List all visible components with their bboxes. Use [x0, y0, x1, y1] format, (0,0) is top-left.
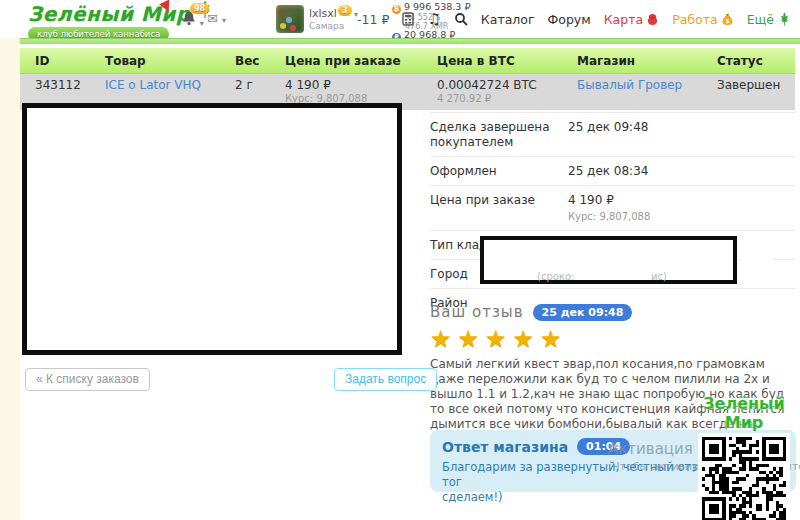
qr-brand-text: Зелёный Мир	[686, 394, 800, 432]
redacted-fragment: (сроко:	[537, 271, 574, 282]
redacted-fragment: ис)	[651, 271, 667, 282]
nav-catalog[interactable]: Каталог	[481, 12, 535, 27]
search-icon[interactable]	[454, 12, 468, 26]
calculator-icon[interactable]	[402, 12, 414, 26]
col-weight: Вес	[220, 54, 270, 68]
detail-row-completed: Сделка завершена покупателем25 дек 09:48	[430, 112, 795, 157]
nav-more[interactable]: Ещё	[747, 12, 792, 27]
leaf-icon	[777, 12, 792, 27]
site-logo[interactable]: Зелёный Мир клуб любителей каннабиса	[28, 2, 191, 41]
product-link[interactable]: ICE o Lator VHQ	[105, 78, 201, 92]
col-status: Статус	[702, 54, 795, 68]
star-rating: ★★★★★	[430, 325, 796, 353]
money-bag-icon: $	[721, 13, 734, 26]
ask-question-button[interactable]: Задать вопрос	[334, 368, 437, 391]
header-divider	[20, 38, 800, 44]
reply-title: Ответ магазина	[442, 439, 568, 455]
detail-row-price: Цена при заказе4 190 ₽Курс: 9,807,088	[430, 186, 795, 231]
qr-watermark: Зелёный Мир www.3-m.top	[686, 394, 800, 520]
nav-map[interactable]: Карта	[604, 12, 659, 27]
avatar[interactable]	[276, 5, 304, 33]
order-weight: 2 г	[220, 78, 270, 105]
review-title: Ваш отзыв	[430, 303, 524, 321]
order-details: Сделка завершена покупателем25 дек 09:48…	[430, 112, 795, 329]
map-icon	[646, 13, 659, 26]
user-city: Самара	[309, 21, 344, 31]
detail-row-created: Оформлен25 дек 08:34	[430, 157, 795, 186]
col-id: ID	[20, 54, 90, 68]
username[interactable]: lxlsxl3 ▾	[309, 7, 358, 20]
balance-delta[interactable]: -11 ₽	[357, 12, 389, 27]
mail-icon[interactable]: ✉ ▾	[207, 11, 226, 26]
top-nav: -11 ₽ ♫ Каталог Форум Карта Работа $ Ещё	[357, 0, 792, 38]
order-price: 4 190 ₽ Курс: 9,807,088	[270, 78, 422, 105]
col-price: Цена при заказе	[270, 54, 422, 68]
redaction-box-product	[22, 103, 402, 355]
table-header: ID Товар Вес Цена при заказе Цена в BTC …	[20, 48, 795, 74]
order-table: ID Товар Вес Цена при заказе Цена в BTC …	[20, 48, 795, 110]
order-status: Завершен	[702, 78, 795, 105]
svg-text:$: $	[725, 17, 729, 24]
col-price-btc: Цена в BTC	[422, 54, 562, 68]
col-product: Товар	[90, 54, 220, 68]
music-icon[interactable]: ♫	[427, 10, 440, 28]
user-badge: 3	[338, 5, 352, 16]
order-id: 343112	[20, 78, 90, 105]
order-page: Зелёный Мир клуб любителей каннабиса ▾	[0, 0, 800, 520]
order-price-btc-rub: 4 270.92 ₽	[437, 93, 562, 104]
qr-code	[698, 433, 790, 520]
nav-work[interactable]: Работа $	[672, 12, 734, 27]
redaction-patch	[741, 250, 773, 286]
order-price-btc: 0.00042724 BTC 4 270.92 ₽	[422, 78, 562, 105]
review-time-badge: 25 дек 09:48	[533, 304, 633, 321]
top-bar: Зелёный Мир клуб любителей каннабиса ▾	[0, 0, 800, 38]
col-shop: Магазин	[562, 54, 702, 68]
nav-forum[interactable]: Форум	[548, 12, 591, 27]
redaction-box-location	[480, 236, 737, 284]
back-to-orders-button[interactable]: « К списку заказов	[25, 368, 150, 391]
shop-link[interactable]: Бывалый Гровер	[577, 78, 682, 92]
